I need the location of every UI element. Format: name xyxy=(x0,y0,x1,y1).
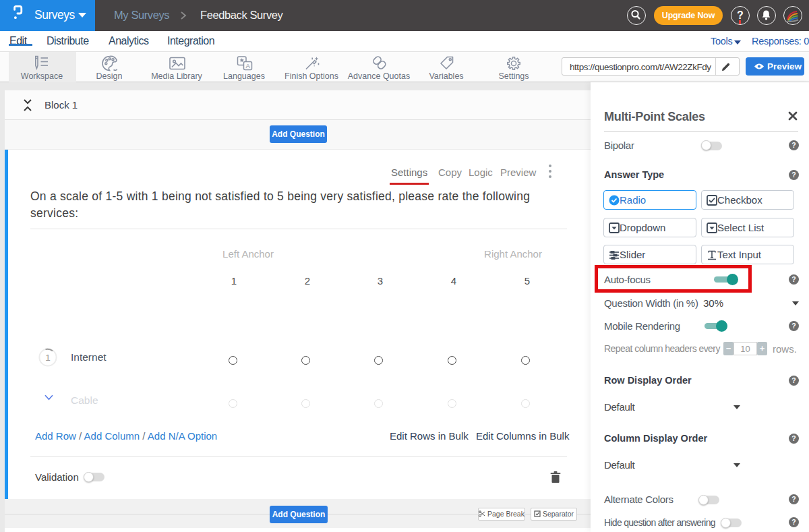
svg-text:A: A xyxy=(246,62,251,69)
svg-text:1: 1 xyxy=(45,353,51,363)
